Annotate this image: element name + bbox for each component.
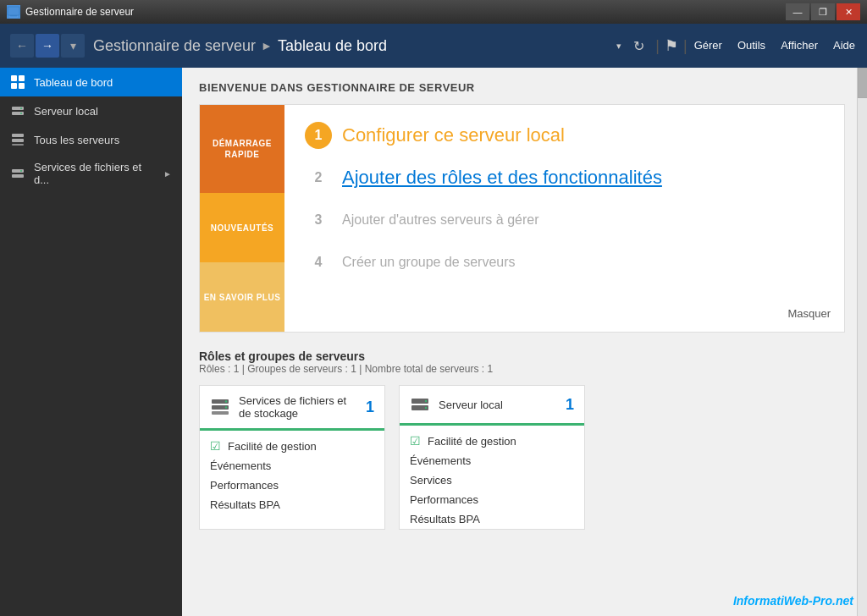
qs-text-3: Ajouter d'autres serveurs à gérer — [342, 212, 539, 228]
qs-text-4: Créer un groupe de serveurs — [342, 255, 516, 270]
menu-gerer[interactable]: Gérer — [693, 36, 724, 57]
role-card-count-1: 1 — [366, 399, 374, 416]
titlebar-controls: — ❐ ✕ — [786, 3, 860, 20]
qs-item-2: 2 Ajouter des rôles et des fonctionnalit… — [305, 164, 824, 191]
minimize-button[interactable]: — — [786, 3, 809, 20]
qs-item-4: 4 Créer un groupe de serveurs — [305, 249, 824, 276]
roles-subtitle: Rôles : 1 | Groupes de serveurs : 1 | No… — [199, 363, 845, 375]
menubar: ← → ▾ Gestionnaire de serveur ► Tableau … — [0, 24, 867, 68]
welcome-header: BIENVENUE DANS GESTIONNAIRE DE SERVEUR — [199, 81, 845, 94]
menu-outils[interactable]: Outils — [736, 36, 767, 57]
dropdown-button[interactable]: ▾ — [61, 34, 85, 58]
svg-rect-0 — [8, 7, 19, 15]
role-card-item-text-evenements-2: Événements — [410, 454, 471, 467]
role-card-header-1: Services de fichiers etde stockage 1 — [200, 386, 384, 428]
services-fichiers-icon — [10, 166, 25, 181]
sidebar-arrow-services: ► — [163, 169, 172, 179]
svg-rect-3 — [11, 75, 17, 81]
dashboard-icon — [10, 74, 25, 90]
qs-section-en-savoir-plus-label: EN SAVOIR PLUS — [204, 292, 281, 303]
qs-item-3: 3 Ajouter d'autres serveurs à gérer — [305, 206, 824, 234]
role-card-header-2: Serveur local 1 — [400, 386, 584, 423]
menubar-right: ▾ ↻ | ⚑ | Gérer Outils Afficher Aide — [616, 34, 857, 58]
role-card-item-text-evenements-1: Événements — [210, 459, 271, 472]
content-area: BIENVENUE DANS GESTIONNAIRE DE SERVEUR D… — [182, 68, 867, 616]
refresh-button[interactable]: ↻ — [627, 34, 650, 58]
scrollbar[interactable] — [857, 68, 867, 616]
svg-rect-4 — [19, 75, 25, 81]
role-card-item-evenements-1[interactable]: Événements — [200, 456, 384, 476]
menu-aide[interactable]: Aide — [831, 36, 857, 57]
quickstart-right: 1 Configurer ce serveur local 2 Ajouter … — [284, 105, 844, 332]
svg-point-16 — [20, 170, 22, 172]
role-card-item-performances-1[interactable]: Performances — [200, 476, 384, 495]
scrollbar-thumb[interactable] — [858, 68, 867, 98]
svg-rect-11 — [12, 134, 24, 137]
qs-section-demarrage-label: DÉMARRAGERAPIDE — [213, 138, 272, 160]
role-card-serveur-local: Serveur local 1 ☑ Facilité de gestion Év… — [399, 385, 585, 530]
role-card-item-text-performances-1: Performances — [210, 479, 279, 492]
qs-section-nouveautes[interactable]: NOUVEAUTÉS — [200, 193, 284, 262]
svg-point-20 — [225, 406, 227, 408]
restore-button[interactable]: ❐ — [811, 3, 835, 20]
sidebar-item-tous-serveurs[interactable]: Tous les serveurs — [0, 125, 182, 154]
role-card-item-bpa-2[interactable]: Résultats BPA — [400, 509, 584, 529]
qs-text-1[interactable]: Configurer ce serveur local — [342, 124, 565, 146]
role-card-item-text-services-2: Services — [410, 474, 452, 487]
role-card-item-text-facilite-2: Facilité de gestion — [428, 435, 516, 448]
menubar-dropdown-arrow[interactable]: ▾ — [616, 41, 621, 52]
qs-section-en-savoir-plus[interactable]: EN SAVOIR PLUS — [200, 262, 284, 332]
server-local-icon — [10, 103, 25, 118]
menu-afficher[interactable]: Afficher — [779, 36, 820, 57]
qs-number-4: 4 — [305, 249, 332, 276]
check-circle-icon-2: ☑ — [410, 434, 421, 448]
forward-button[interactable]: → — [36, 34, 59, 58]
qs-number-3: 3 — [305, 206, 332, 234]
role-card-count-2: 1 — [566, 396, 574, 414]
role-card-item-text-facilite-1: Facilité de gestion — [228, 440, 317, 453]
sidebar-item-tableau-de-bord[interactable]: Tableau de bord — [0, 68, 182, 96]
sidebar-label-tous-serveurs: Tous les serveurs — [34, 134, 172, 146]
sidebar-item-serveur-local[interactable]: Serveur local — [0, 96, 182, 125]
svg-point-25 — [425, 407, 427, 409]
role-card-item-bpa-1[interactable]: Résultats BPA — [200, 495, 384, 514]
role-card-item-facilite-2[interactable]: ☑ Facilité de gestion — [400, 431, 584, 451]
qs-link-2[interactable]: Ajouter des rôles et des fonctionnalités — [342, 167, 662, 189]
menu-separator-2: | — [683, 37, 688, 55]
role-card-divider-2 — [400, 423, 584, 426]
qs-section-demarrage[interactable]: DÉMARRAGERAPIDE — [200, 105, 284, 193]
role-card-item-evenements-2[interactable]: Événements — [400, 451, 584, 470]
svg-point-10 — [20, 113, 22, 114]
app-icon — [7, 5, 20, 19]
breadcrumb-current: Tableau de bord — [278, 37, 387, 55]
role-card-item-text-performances-2: Performances — [410, 493, 478, 506]
menu-separator-1: | — [655, 37, 660, 55]
sidebar-item-services-fichiers[interactable]: Services de fichiers et d... ► — [0, 154, 182, 193]
close-button[interactable]: ✕ — [837, 3, 860, 20]
role-card-title-1: Services de fichiers etde stockage — [239, 394, 357, 420]
watermark: InformatiWeb-Pro.net — [733, 594, 853, 608]
role-card-item-performances-2[interactable]: Performances — [400, 490, 584, 509]
quickstart-panel: DÉMARRAGERAPIDE NOUVEAUTÉS EN SAVOIR PLU… — [199, 104, 845, 333]
role-card-item-facilite-1[interactable]: ☑ Facilité de gestion — [200, 436, 384, 456]
svg-rect-12 — [12, 139, 24, 142]
svg-rect-21 — [212, 411, 229, 415]
qs-item-1: 1 Configurer ce serveur local — [305, 122, 824, 149]
qs-number-1: 1 — [305, 122, 332, 149]
main-layout: Tableau de bord Serveur local — [0, 68, 867, 616]
role-card-item-text-bpa-1: Résultats BPA — [210, 498, 280, 511]
role-card-item-services-2[interactable]: Services — [400, 470, 584, 490]
hide-button[interactable]: Masquer — [787, 307, 831, 320]
titlebar: Gestionnaire de serveur — ❐ ✕ — [0, 0, 867, 24]
qs-number-2: 2 — [305, 164, 332, 191]
svg-rect-6 — [19, 83, 25, 89]
breadcrumb-separator: ► — [261, 39, 273, 52]
back-button[interactable]: ← — [10, 34, 34, 58]
sidebar-label-dashboard: Tableau de bord — [34, 76, 172, 89]
role-card-services-fichiers: Services de fichiers etde stockage 1 ☑ F… — [199, 385, 385, 530]
titlebar-title: Gestionnaire de serveur — [25, 6, 134, 18]
sidebar-label-services-fichiers: Services de fichiers et d... — [34, 161, 155, 186]
role-card-divider-1 — [200, 428, 384, 431]
svg-point-9 — [20, 107, 22, 109]
breadcrumb-parent[interactable]: Gestionnaire de serveur — [93, 37, 256, 55]
